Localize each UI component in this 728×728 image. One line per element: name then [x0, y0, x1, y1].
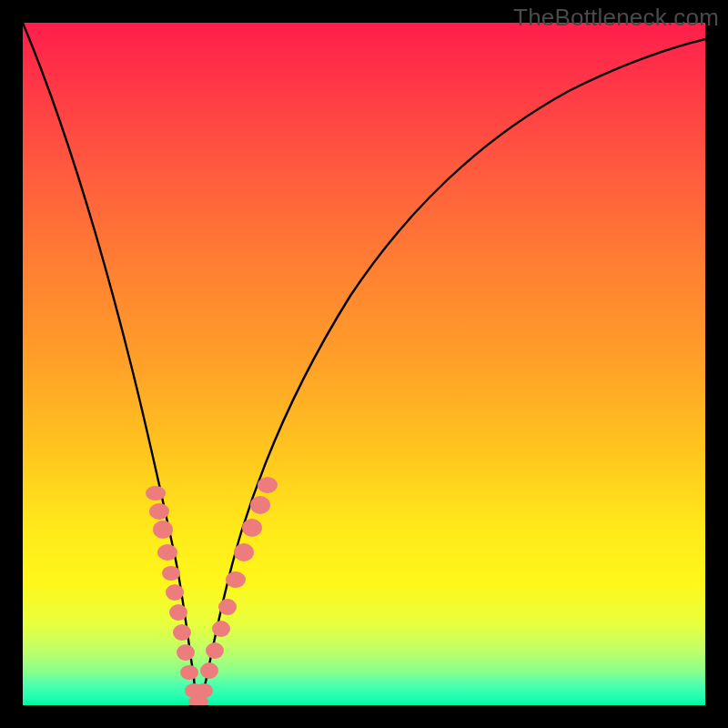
marker	[226, 571, 246, 588]
marker	[180, 665, 198, 680]
marker	[153, 521, 173, 539]
marker-group	[146, 477, 278, 705]
marker	[200, 662, 218, 679]
marker	[242, 519, 262, 537]
plot-area	[23, 23, 705, 705]
marker	[177, 644, 195, 661]
marker	[169, 604, 187, 621]
marker	[250, 496, 270, 514]
marker	[157, 544, 177, 561]
marker	[234, 543, 254, 561]
marker	[195, 683, 213, 698]
bottleneck-curve	[23, 23, 705, 703]
marker	[162, 566, 180, 581]
marker	[173, 624, 191, 641]
marker	[206, 642, 224, 659]
chart-frame: TheBottleneck.com	[0, 0, 728, 728]
curve-svg	[23, 23, 705, 705]
marker	[146, 486, 166, 500]
watermark-text: TheBottleneck.com	[513, 4, 719, 32]
marker	[218, 599, 237, 615]
marker	[258, 477, 278, 493]
marker	[166, 584, 184, 601]
marker	[212, 621, 230, 637]
marker	[149, 503, 169, 520]
